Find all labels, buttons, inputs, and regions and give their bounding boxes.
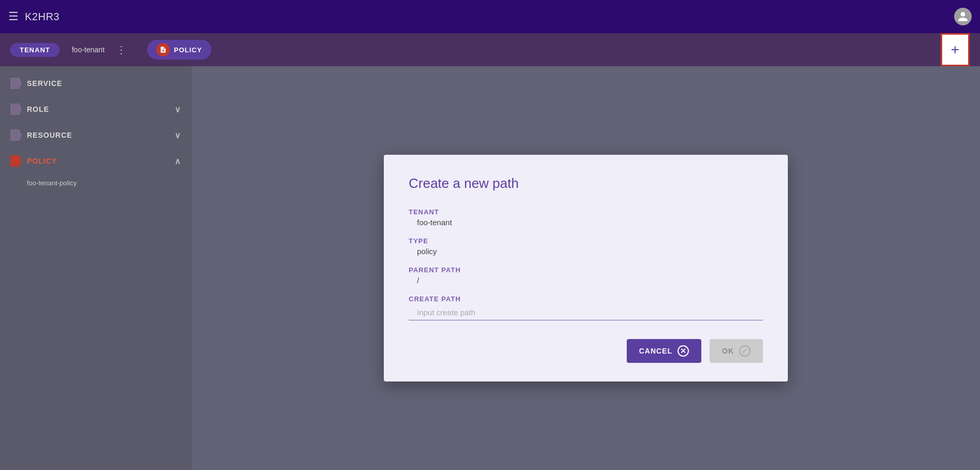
create-path-input-container	[409, 305, 763, 320]
tenant-field-label: TENANT	[409, 208, 763, 216]
sidebar-item-resource-label: RESOURCE	[27, 131, 72, 139]
appbar: ☰ K2HR3	[0, 0, 980, 33]
create-path-label: CREATE PATH	[409, 295, 763, 303]
modal-overlay: Create a new path TENANT foo-tenant TYPE…	[192, 66, 980, 470]
sidebar-subitem-foo-tenant-policy[interactable]: foo-tenant-policy	[0, 174, 192, 192]
ok-button[interactable]: OK ✓	[710, 339, 763, 363]
main-layout: SERVICE ROLE ∨ RESOURCE ∨ POLICY ∧ foo-t…	[0, 66, 980, 470]
type-field-value: policy	[409, 247, 763, 256]
sidebar-item-role-label: ROLE	[27, 105, 49, 113]
ok-icon: ✓	[739, 345, 751, 357]
sidebar-subitem-label: foo-tenant-policy	[27, 179, 77, 187]
policy-tab-icon	[156, 43, 170, 56]
create-path-modal: Create a new path TENANT foo-tenant TYPE…	[384, 155, 788, 381]
cancel-button[interactable]: CANCEL ✕	[627, 339, 701, 363]
sidebar-item-role[interactable]: ROLE ∨	[0, 96, 192, 122]
ok-label: OK	[722, 347, 734, 355]
modal-footer: CANCEL ✕ OK ✓	[409, 339, 763, 363]
tenant-menu-dots[interactable]: ⋮	[116, 43, 126, 56]
app-title: K2HR3	[25, 11, 60, 23]
role-tag-icon	[10, 104, 22, 115]
tenant-field-value: foo-tenant	[409, 218, 763, 227]
policy-tab[interactable]: POLICY	[147, 40, 211, 60]
cancel-label: CANCEL	[639, 347, 672, 355]
plus-icon: +	[951, 41, 959, 58]
resource-tag-icon	[10, 129, 22, 141]
parent-path-label: PARENT PATH	[409, 266, 763, 274]
content-area: Create a new path TENANT foo-tenant TYPE…	[192, 66, 980, 470]
account-icon[interactable]	[954, 8, 972, 25]
tenant-button[interactable]: TENANT	[10, 43, 60, 57]
create-path-input[interactable]	[409, 305, 763, 320]
policy-tab-label: POLICY	[174, 46, 202, 54]
parent-path-value: /	[409, 276, 763, 285]
sidebar-item-service-label: SERVICE	[27, 79, 62, 87]
sidebar-item-policy[interactable]: POLICY ∧	[0, 148, 192, 174]
modal-title: Create a new path	[409, 175, 763, 192]
cancel-icon: ✕	[678, 345, 689, 357]
add-button[interactable]: +	[941, 33, 970, 66]
menu-icon[interactable]: ☰	[8, 10, 19, 23]
sidebar-item-service[interactable]: SERVICE	[0, 70, 192, 96]
sidebar-item-resource[interactable]: RESOURCE ∨	[0, 122, 192, 148]
policy-arrow-icon: ∧	[175, 156, 181, 166]
sidebar-item-policy-label: POLICY	[27, 157, 57, 165]
role-arrow-icon: ∨	[175, 105, 181, 114]
sidebar: SERVICE ROLE ∨ RESOURCE ∨ POLICY ∧ foo-t…	[0, 66, 192, 470]
policy-tag-icon	[10, 155, 22, 167]
service-tag-icon	[10, 78, 22, 89]
subheader: TENANT foo-tenant ⋮ POLICY +	[0, 33, 980, 66]
type-field-label: TYPE	[409, 237, 763, 245]
tenant-name: foo-tenant	[72, 46, 105, 54]
resource-arrow-icon: ∨	[175, 130, 181, 140]
